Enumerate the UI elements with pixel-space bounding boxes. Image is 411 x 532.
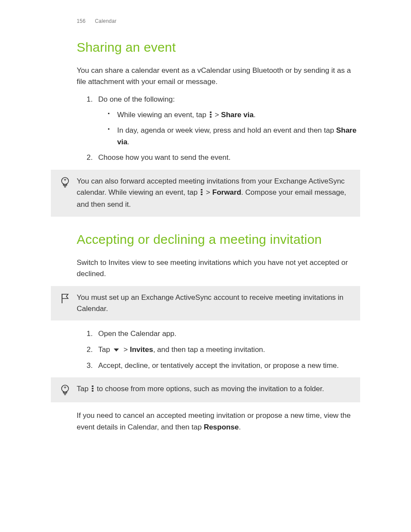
- accepting-step-2: Tap > Invites, and then tap a meeting in…: [95, 344, 360, 356]
- svg-rect-8: [201, 194, 202, 195]
- page-content: 156 Calendar Sharing an event You can sh…: [0, 0, 411, 456]
- accepting-tip-callout: Tap to choose from more options, such as…: [51, 377, 360, 402]
- sharing-step-1: Do one of the following: While viewing a…: [95, 94, 360, 148]
- tip-icon: [58, 176, 77, 189]
- sharing-intro: You can share a calendar event as a vCal…: [77, 65, 360, 88]
- accepting-note-text: You must set up an Exchange ActiveSync a…: [77, 292, 353, 315]
- svg-rect-6: [201, 189, 202, 190]
- svg-rect-2: [210, 116, 212, 118]
- sharing-sublist: While viewing an event, tap > Share via.…: [98, 109, 360, 148]
- invites-label: Invites: [130, 345, 153, 354]
- share-via-label: Share via: [221, 111, 254, 119]
- accepting-closing: If you need to cancel an accepted meetin…: [77, 410, 360, 433]
- section-title-sharing: Sharing an event: [77, 37, 360, 58]
- response-label: Response: [204, 423, 239, 431]
- accepting-note-callout: You must set up an Exchange ActiveSync a…: [51, 286, 360, 321]
- sharing-step-2: Choose how you want to send the event.: [95, 152, 360, 163]
- svg-rect-0: [210, 112, 212, 113]
- dropdown-icon: [113, 345, 120, 356]
- accepting-intro: Switch to Invites view to see meeting in…: [77, 257, 360, 280]
- accepting-step-3: Accept, decline, or tentatively accept t…: [95, 360, 360, 371]
- accepting-steps: Open the Calendar app. Tap > Invites, an…: [77, 328, 360, 371]
- svg-rect-14: [92, 386, 93, 387]
- forward-label: Forward: [212, 188, 241, 196]
- header-section-name: Calendar: [95, 18, 116, 24]
- sharing-steps: Do one of the following: While viewing a…: [77, 94, 360, 164]
- svg-rect-15: [92, 388, 93, 389]
- svg-rect-7: [201, 191, 202, 193]
- sharing-bullet-1: While viewing an event, tap > Share via.: [112, 109, 360, 121]
- overflow-menu-icon: [200, 188, 203, 199]
- sharing-tip-text: You can also forward accepted meeting in…: [77, 176, 353, 211]
- sharing-step-1-lead: Do one of the following:: [98, 95, 175, 103]
- sharing-bullet-2: In day, agenda or week view, press and h…: [112, 125, 360, 148]
- running-header: 156 Calendar: [77, 17, 360, 25]
- accepting-step-1: Open the Calendar app.: [95, 328, 360, 339]
- sharing-tip-callout: You can also forward accepted meeting in…: [51, 170, 360, 217]
- overflow-menu-icon: [209, 110, 212, 121]
- accepting-tip-text: Tap to choose from more options, such as…: [77, 383, 353, 395]
- flag-icon: [58, 292, 77, 304]
- svg-rect-16: [92, 390, 93, 392]
- page-number: 156: [77, 18, 86, 24]
- svg-rect-1: [210, 114, 212, 115]
- section-title-accepting: Accepting or declining a meeting invitat…: [77, 230, 360, 250]
- svg-marker-10: [114, 348, 119, 352]
- tip-icon: [58, 383, 77, 396]
- overflow-menu-icon: [91, 384, 94, 395]
